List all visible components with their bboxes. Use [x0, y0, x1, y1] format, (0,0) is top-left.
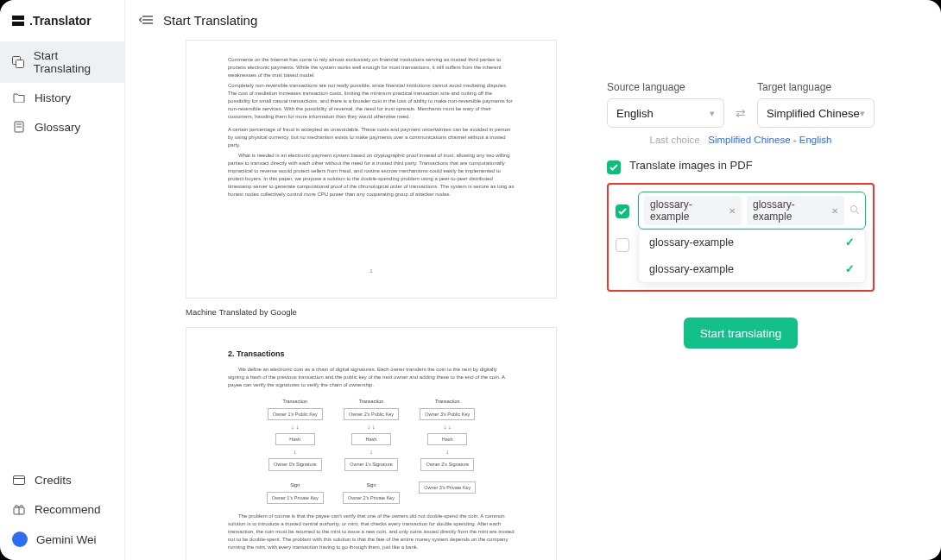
top-bar: Start Translating	[125, 0, 941, 40]
check-icon: ✓	[845, 236, 855, 249]
chevron-down-icon: ▾	[710, 108, 715, 119]
sidebar: .Translator Start Translating History Gl…	[0, 0, 125, 560]
select-value: English	[616, 107, 654, 120]
document-page-2: 2. Transactions We define an electronic …	[186, 327, 557, 560]
svg-rect-3	[16, 60, 24, 68]
svg-line-15	[856, 211, 859, 214]
gift-icon	[12, 502, 26, 516]
select-value: Simplified Chinese	[767, 107, 860, 120]
glossary-checkbox[interactable]	[616, 204, 629, 218]
source-language-select[interactable]: English ▾	[607, 98, 724, 128]
paragraph: A certain percentage of fraud is accepte…	[228, 126, 515, 149]
page-title: Start Translating	[163, 13, 257, 28]
glossary-tag: glossary-example ✕	[644, 196, 742, 225]
logo-icon	[12, 16, 24, 26]
primary-nav: Start Translating History Glossary	[0, 41, 124, 142]
target-language-select[interactable]: Simplified Chinese ▾	[757, 98, 875, 128]
glossary-multiselect[interactable]: glossary-example ✕ glossary-example ✕	[638, 192, 866, 230]
start-translating-button[interactable]: Start translating	[684, 318, 798, 349]
chevron-down-icon: ▾	[860, 108, 865, 119]
translate-images-label: Translate images in PDF	[629, 159, 753, 172]
sidebar-item-label: Glossary	[35, 121, 80, 134]
document-icon	[12, 120, 26, 134]
collapse-sidebar-icon[interactable]	[139, 14, 153, 26]
svg-rect-0	[12, 16, 24, 20]
glossary-dropdown: glossary-example ✓ glossary-example ✓	[638, 228, 866, 283]
target-language-label: Target language	[757, 81, 875, 93]
translate-images-checkbox[interactable]	[607, 160, 621, 174]
svg-rect-1	[12, 22, 24, 26]
glossary-option[interactable]: glossary-example ✓	[639, 229, 865, 255]
paragraph: Commerce on the Internet has come to rel…	[228, 56, 515, 79]
last-choice-label: Last choice	[650, 135, 700, 145]
glossary-secondary-checkbox[interactable]	[616, 238, 629, 252]
sidebar-footer: Credits Recommend Gemini Wei	[0, 465, 124, 560]
svg-rect-7	[14, 475, 25, 484]
translation-config: Source language English ▾ ⇄ Target langu…	[591, 40, 941, 560]
check-icon: ✓	[845, 262, 855, 275]
paragraph: Completely non-reversible transactions a…	[228, 82, 515, 121]
sidebar-item-label: Credits	[35, 474, 72, 487]
translate-icon	[12, 55, 25, 69]
main: Start Translating Commerce on the Intern…	[125, 0, 941, 560]
paragraph: We define an electronic coin as a chain …	[228, 366, 515, 389]
remove-tag-icon[interactable]: ✕	[729, 206, 736, 216]
avatar-icon	[12, 532, 28, 547]
folder-icon	[12, 91, 26, 104]
paragraph: The problem of course is that the payee …	[228, 513, 515, 551]
glossary-option[interactable]: glossary-example ✓	[639, 255, 865, 282]
sidebar-item-glossary[interactable]: Glossary	[0, 112, 124, 142]
sidebar-item-start-translating[interactable]: Start Translating	[0, 41, 124, 83]
glossary-tag: glossary-example ✕	[747, 196, 844, 225]
last-choice-link[interactable]: Simplified Chinese - English	[708, 135, 831, 145]
search-icon	[849, 204, 860, 217]
app-name: .Translator	[29, 14, 92, 28]
sidebar-item-label: Start Translating	[34, 49, 112, 75]
app-logo: .Translator	[0, 0, 124, 41]
document-page-1: Commerce on the Internet has come to rel…	[186, 40, 557, 299]
remove-tag-icon[interactable]: ✕	[831, 206, 838, 216]
sidebar-item-profile[interactable]: Gemini Wei	[0, 524, 124, 555]
document-preview: Commerce on the Internet has come to rel…	[125, 40, 591, 560]
card-icon	[12, 473, 26, 487]
sidebar-item-label: Gemini Wei	[36, 533, 97, 546]
transaction-diagram: Transaction Owner 1's Public Key ↓ ↓ Has…	[228, 398, 515, 505]
sidebar-item-history[interactable]: History	[0, 83, 124, 112]
glossary-section-highlight: glossary-example ✕ glossary-example ✕	[607, 183, 875, 292]
sidebar-item-credits[interactable]: Credits	[0, 465, 124, 494]
sidebar-item-label: History	[35, 91, 71, 104]
watermark-label: Machine Translated by Google	[186, 307, 591, 317]
sidebar-item-recommend[interactable]: Recommend	[0, 494, 124, 524]
sidebar-item-label: Recommend	[35, 503, 101, 516]
swap-languages-button[interactable]: ⇄	[733, 98, 748, 128]
svg-point-14	[851, 206, 857, 212]
section-title: 2. Transactions	[228, 349, 515, 361]
paragraph: What is needed is an electronic payment …	[228, 152, 515, 198]
source-language-label: Source language	[607, 81, 724, 93]
